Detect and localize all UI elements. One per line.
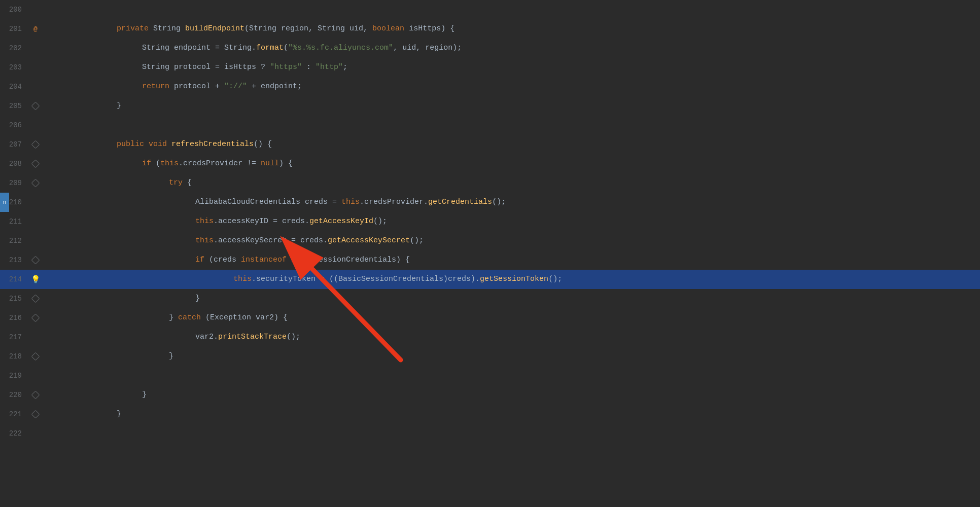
code-token: getSessionToken xyxy=(480,270,548,289)
code-token: .accessKeySecret = creds. xyxy=(214,231,328,250)
code-token: .accessKeyID = creds. xyxy=(214,212,309,231)
code-token: refreshCredentials xyxy=(171,135,254,154)
code-line: 211this.accessKeyID = creds.getAccessKey… xyxy=(0,212,980,231)
code-line: 203String protocol = isHttps ? "https" :… xyxy=(0,58,980,77)
line-content: return protocol + "://" + endpoint; xyxy=(43,77,980,96)
code-token: (); xyxy=(548,270,562,289)
line-gutter xyxy=(28,250,43,270)
code-token: String xyxy=(153,19,185,39)
line-content xyxy=(43,424,980,443)
line-number: 213 xyxy=(0,250,28,270)
bookmark-icon xyxy=(31,352,40,361)
code-token: if xyxy=(142,154,151,173)
code-token: isHttps) { xyxy=(404,19,454,39)
code-token: "%s.%s.fc.aliyuncs.com" xyxy=(288,39,393,58)
line-gutter xyxy=(28,96,43,116)
code-token: this xyxy=(233,270,252,289)
line-number: 216 xyxy=(0,308,28,328)
line-content: } xyxy=(43,289,980,308)
line-gutter xyxy=(28,347,43,366)
line-gutter xyxy=(28,231,43,250)
code-line: 207public void refreshCredentials() { xyxy=(0,135,980,154)
lightbulb-icon[interactable]: 💡 xyxy=(31,275,41,284)
code-token: try xyxy=(169,173,183,193)
line-content: String endpoint = String.format("%s.%s.f… xyxy=(43,39,980,58)
code-token xyxy=(167,135,171,154)
code-line: 204return protocol + "://" + endpoint; xyxy=(0,77,980,96)
bookmark-icon xyxy=(31,160,40,168)
at-marker-icon: @ xyxy=(33,25,38,33)
code-token: this xyxy=(195,231,214,250)
line-content xyxy=(43,0,980,19)
code-token: null xyxy=(261,154,279,173)
code-token xyxy=(144,135,149,154)
code-line: 213if (creds instanceof BasicSessionCred… xyxy=(0,250,980,270)
code-token: ( xyxy=(151,154,160,173)
line-content: this.securityToken = ((BasicSessionCrede… xyxy=(43,270,980,289)
code-token: (); xyxy=(373,212,387,231)
code-token: boolean xyxy=(372,19,404,39)
line-number: 222 xyxy=(0,424,28,443)
n-marker: n xyxy=(0,193,9,212)
line-gutter xyxy=(28,39,43,58)
line-content: try { xyxy=(43,173,980,193)
line-gutter xyxy=(28,173,43,193)
line-content: this.accessKeySecret = creds.getAccessKe… xyxy=(43,231,980,250)
line-number: 215 xyxy=(0,289,28,308)
code-line: 209try { xyxy=(0,173,980,193)
code-token: var2. xyxy=(195,328,218,347)
code-token: if xyxy=(195,250,204,270)
line-number: 204 xyxy=(0,77,28,96)
line-number: 202 xyxy=(0,39,28,58)
code-token: this xyxy=(160,154,179,173)
bookmark-icon xyxy=(31,256,40,265)
line-number: 206 xyxy=(0,116,28,135)
code-token: + endpoint; xyxy=(247,77,302,96)
code-token: String endpoint = String. xyxy=(142,39,256,58)
line-content: var2.printStackTrace(); xyxy=(43,328,980,347)
line-gutter xyxy=(28,366,43,385)
line-gutter xyxy=(28,308,43,328)
line-gutter xyxy=(28,385,43,405)
line-number: 203 xyxy=(0,58,28,77)
code-token: : xyxy=(302,58,316,77)
code-token: instanceof xyxy=(241,250,287,270)
line-number: 211 xyxy=(0,212,28,231)
code-token: (String region, String uid, xyxy=(244,19,372,39)
code-token: protocol + xyxy=(169,77,224,96)
line-content xyxy=(43,366,980,385)
code-token: printStackTrace xyxy=(218,328,287,347)
code-editor: 200201@private String buildEndpoint(Stri… xyxy=(0,0,980,507)
code-line: 212this.accessKeySecret = creds.getAcces… xyxy=(0,231,980,250)
code-token: () { xyxy=(254,135,272,154)
code-token: "://" xyxy=(224,77,247,96)
code-token: AlibabaCloudCredentials creds = xyxy=(195,193,341,212)
line-gutter xyxy=(28,135,43,154)
code-token: } xyxy=(195,289,200,308)
code-line: 216} catch (Exception var2) { xyxy=(0,308,980,328)
code-token: } xyxy=(117,405,121,424)
code-token: } xyxy=(169,347,173,366)
code-token: this xyxy=(195,212,214,231)
code-token: } xyxy=(117,96,121,116)
line-content: public void refreshCredentials() { xyxy=(43,135,980,154)
code-line: 217var2.printStackTrace(); xyxy=(0,328,980,347)
bookmark-icon xyxy=(31,295,40,303)
code-token: void xyxy=(149,135,167,154)
code-token: "https" xyxy=(270,58,302,77)
code-token: "http" xyxy=(316,58,343,77)
code-token: public xyxy=(117,135,144,154)
code-line: 201@private String buildEndpoint(String … xyxy=(0,19,980,39)
code-line: 220} xyxy=(0,385,980,405)
bookmark-icon xyxy=(31,179,40,188)
code-token: catch xyxy=(178,308,201,328)
line-gutter xyxy=(28,58,43,77)
line-gutter xyxy=(28,405,43,424)
bookmark-icon xyxy=(31,102,40,111)
line-content xyxy=(43,116,980,135)
code-token: this xyxy=(341,193,360,212)
line-number: 208 xyxy=(0,154,28,173)
line-gutter xyxy=(28,116,43,135)
code-token: , uid, region); xyxy=(393,39,462,58)
code-token: (); xyxy=(410,231,424,250)
